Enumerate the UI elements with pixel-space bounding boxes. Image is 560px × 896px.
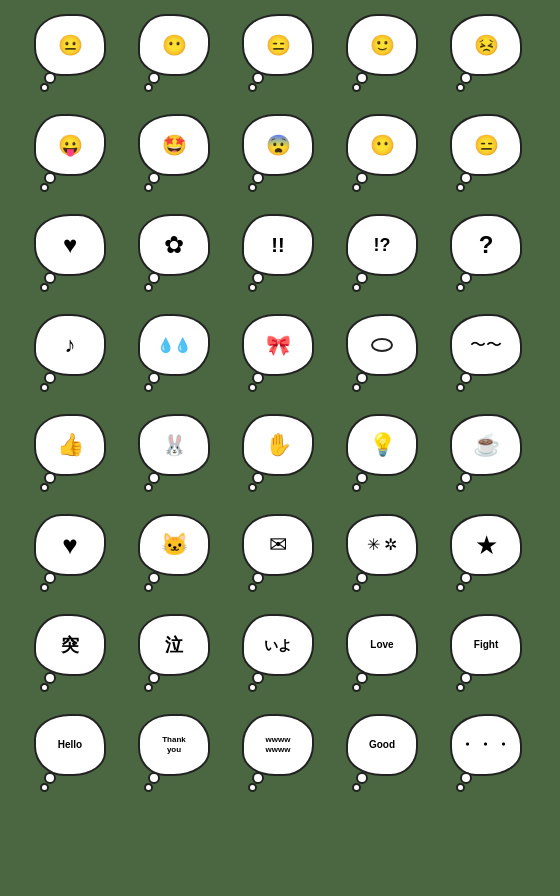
face-icon-7: 🤩	[162, 133, 187, 157]
exclamation-question-icon: !?	[374, 236, 391, 254]
fight-text: Fight	[474, 639, 498, 651]
bubble-25: ☕	[450, 414, 522, 476]
good-text: Good	[369, 739, 395, 751]
bubble-1: 😐	[34, 14, 106, 76]
bubble-29: ✳ ✲	[346, 514, 418, 576]
face-icon-1: 😐	[58, 33, 83, 57]
oval-icon	[371, 338, 393, 352]
face-icon-9: 😶	[370, 133, 395, 157]
hand-icon: ✋	[265, 434, 292, 456]
face-icon-3: 😑	[266, 33, 291, 57]
kanji-surprise: 突	[61, 633, 79, 657]
sticker-38[interactable]: wwwwwwww	[230, 700, 326, 790]
sticker-13[interactable]: !!	[230, 200, 326, 290]
sticker-29[interactable]: ✳ ✲	[334, 500, 430, 590]
heart-icon-2: ♥	[62, 532, 77, 558]
sticker-34[interactable]: Love	[334, 600, 430, 690]
bubble-11: ♥	[34, 214, 106, 276]
wavy-icon: 〜〜	[470, 337, 502, 353]
cat-icon: 🐱	[161, 534, 188, 556]
bubble-5: 😣	[450, 14, 522, 76]
bubble-35: Fight	[450, 614, 522, 676]
bubble-17: 💧💧	[138, 314, 210, 376]
question-icon: ?	[479, 233, 494, 257]
sticker-15[interactable]: ?	[438, 200, 534, 290]
sticker-30[interactable]: ★	[438, 500, 534, 590]
sticker-27[interactable]: 🐱	[126, 500, 222, 590]
face-icon-8: 😨	[266, 133, 291, 157]
bubble-34: Love	[346, 614, 418, 676]
sticker-2[interactable]: 😶	[126, 0, 222, 90]
sticker-32[interactable]: 泣	[126, 600, 222, 690]
bubble-3: 😑	[242, 14, 314, 76]
sticker-3[interactable]: 😑	[230, 0, 326, 90]
bubble-40: ・・・	[450, 714, 522, 776]
sticker-22[interactable]: 🐰	[126, 400, 222, 490]
sticker-16[interactable]: ♪	[22, 300, 118, 390]
bubble-8: 😨	[242, 114, 314, 176]
sticker-1[interactable]: 😐	[22, 0, 118, 90]
bubble-12: ✿	[138, 214, 210, 276]
thumbs-up-icon: 👍	[57, 434, 84, 456]
dots-text: ・・・	[459, 735, 513, 754]
heart-icon: ♥	[63, 233, 77, 257]
sticker-10[interactable]: 😑	[438, 100, 534, 190]
bubble-20: 〜〜	[450, 314, 522, 376]
sticker-23[interactable]: ✋	[230, 400, 326, 490]
bubble-9: 😶	[346, 114, 418, 176]
sticker-9[interactable]: 😶	[334, 100, 430, 190]
sticker-31[interactable]: 突	[22, 600, 118, 690]
bubble-38: wwwwwwww	[242, 714, 314, 776]
bubble-2: 😶	[138, 14, 210, 76]
bubble-21: 👍	[34, 414, 106, 476]
bubble-15: ?	[450, 214, 522, 276]
face-icon-6: 😛	[58, 133, 83, 157]
sticker-25[interactable]: ☕	[438, 400, 534, 490]
bubble-4: 🙂	[346, 14, 418, 76]
bubble-10: 😑	[450, 114, 522, 176]
bubble-31: 突	[34, 614, 106, 676]
sticker-19[interactable]	[334, 300, 430, 390]
sticker-21[interactable]: 👍	[22, 400, 118, 490]
sticker-17[interactable]: 💧💧	[126, 300, 222, 390]
sticker-5[interactable]: 😣	[438, 0, 534, 90]
water-drops-icon: 💧💧	[157, 338, 191, 352]
bubble-7: 🤩	[138, 114, 210, 176]
star-icon: ★	[475, 532, 498, 558]
sticker-7[interactable]: 🤩	[126, 100, 222, 190]
sticker-11[interactable]: ♥	[22, 200, 118, 290]
sticker-33[interactable]: いよ	[230, 600, 326, 690]
sticker-12[interactable]: ✿	[126, 200, 222, 290]
sticker-4[interactable]: 🙂	[334, 0, 430, 90]
sticker-18[interactable]: 🎀	[230, 300, 326, 390]
bubble-30: ★	[450, 514, 522, 576]
bubble-16: ♪	[34, 314, 106, 376]
face-icon-2: 😶	[162, 33, 187, 57]
sticker-39[interactable]: Good	[334, 700, 430, 790]
sticker-40[interactable]: ・・・	[438, 700, 534, 790]
sticker-6[interactable]: 😛	[22, 100, 118, 190]
double-exclamation-icon: !!	[271, 235, 284, 255]
flower-icon: ✿	[164, 233, 184, 257]
bubble-14: !?	[346, 214, 418, 276]
bubble-6: 😛	[34, 114, 106, 176]
sticker-35[interactable]: Fight	[438, 600, 534, 690]
sticker-28[interactable]: ✉	[230, 500, 326, 590]
kana-iyo-text: いよ	[264, 637, 292, 654]
bubble-27: 🐱	[138, 514, 210, 576]
bow-tie-icon: 🎀	[266, 335, 291, 355]
face-icon-10: 😑	[474, 133, 499, 157]
sticker-8[interactable]: 😨	[230, 100, 326, 190]
sticker-36[interactable]: Hello	[22, 700, 118, 790]
bubble-32: 泣	[138, 614, 210, 676]
envelope-icon: ✉	[269, 534, 287, 556]
music-note-icon: ♪	[65, 334, 76, 356]
rabbit-icon: 🐰	[162, 435, 187, 455]
sticker-26[interactable]: ♥	[22, 500, 118, 590]
sticker-20[interactable]: 〜〜	[438, 300, 534, 390]
bubble-18: 🎀	[242, 314, 314, 376]
sticker-24[interactable]: 💡	[334, 400, 430, 490]
sticker-14[interactable]: !?	[334, 200, 430, 290]
bubble-39: Good	[346, 714, 418, 776]
sticker-37[interactable]: Thankyou	[126, 700, 222, 790]
